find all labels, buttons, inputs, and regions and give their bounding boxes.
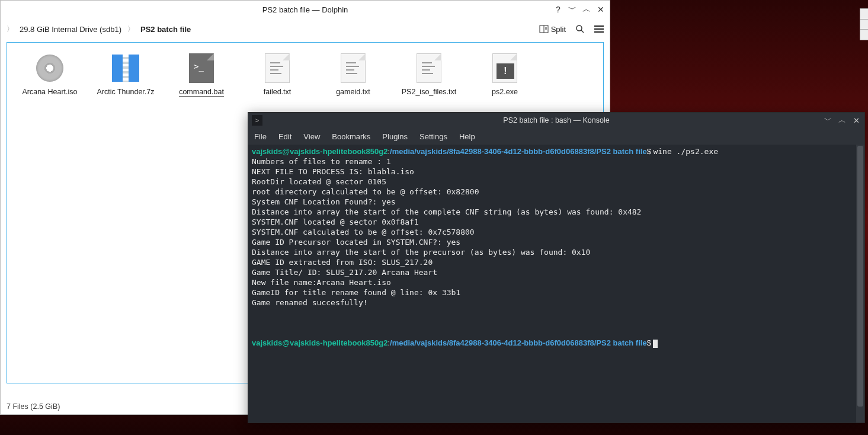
split-icon <box>539 24 549 34</box>
maximize-icon[interactable]: ︿ <box>837 116 847 125</box>
menu-item-bookmarks[interactable]: Bookmarks <box>332 132 370 141</box>
status-text: 7 Files (2.5 GiB) <box>7 402 60 411</box>
close-icon[interactable]: ✕ <box>595 4 606 15</box>
minimize-icon[interactable]: ﹀ <box>823 116 832 125</box>
minimize-icon[interactable]: ﹀ <box>567 4 578 15</box>
konsole-title-text: PS2 batch file : bash — Konsole <box>248 116 864 124</box>
bat-icon <box>185 52 217 84</box>
konsole-window: > PS2 batch file : bash — Konsole ﹀ ︿ ✕ … <box>248 112 865 423</box>
file-item[interactable]: command.bat <box>164 50 239 97</box>
file-item[interactable]: !ps2.exe <box>467 50 543 97</box>
file-label: Arcana Heart.iso <box>22 88 77 96</box>
svg-line-5 <box>581 30 584 33</box>
konsole-menubar: FileEditViewBookmarksPluginsSettingsHelp <box>248 128 864 145</box>
konsole-titlebar[interactable]: > PS2 batch file : bash — Konsole ﹀ ︿ ✕ <box>248 113 864 128</box>
file-label: PS2_iso_files.txt <box>402 88 456 96</box>
search-icon[interactable] <box>575 24 585 34</box>
iso-icon <box>34 52 66 84</box>
close-icon[interactable]: ✕ <box>851 116 861 125</box>
file-item[interactable]: gameid.txt <box>315 50 391 97</box>
txt-icon <box>413 52 445 84</box>
chevron-right-icon[interactable]: 〉 <box>7 24 14 34</box>
file-item[interactable]: Arctic Thunder.7z <box>88 50 164 97</box>
exe-icon: ! <box>489 52 521 84</box>
breadcrumb-current[interactable]: PS2 batch file <box>140 25 191 34</box>
panel-edge-widget[interactable] <box>860 8 868 40</box>
split-label: Split <box>551 25 566 34</box>
konsole-app-icon: > <box>252 115 262 126</box>
scrollbar-thumb[interactable] <box>857 146 863 407</box>
file-item[interactable]: PS2_iso_files.txt <box>391 50 467 97</box>
menu-item-plugins[interactable]: Plugins <box>382 132 408 141</box>
help-icon[interactable]: ? <box>553 4 563 15</box>
menu-icon[interactable] <box>594 25 604 33</box>
archive-icon <box>110 52 142 84</box>
menu-item-file[interactable]: File <box>254 132 267 141</box>
chevron-right-icon: 〉 <box>127 24 134 34</box>
file-label: command.bat <box>179 88 224 97</box>
file-item[interactable]: Arcana Heart.iso <box>12 50 88 97</box>
menu-item-view[interactable]: View <box>303 132 320 141</box>
file-label: ps2.exe <box>492 88 518 96</box>
menu-item-settings[interactable]: Settings <box>419 132 447 141</box>
split-button[interactable]: Split <box>539 24 566 34</box>
maximize-icon[interactable]: ︿ <box>581 4 592 15</box>
svg-point-4 <box>576 25 582 31</box>
menu-item-edit[interactable]: Edit <box>278 132 292 141</box>
file-label: gameid.txt <box>336 88 370 96</box>
breadcrumb-drive[interactable]: 29.8 GiB Internal Drive (sdb1) <box>20 25 121 34</box>
dolphin-titlebar[interactable]: PS2 batch file — Dolphin ? ﹀ ︿ ✕ <box>1 1 610 18</box>
txt-icon <box>337 52 369 84</box>
menu-item-help[interactable]: Help <box>459 132 475 141</box>
txt-icon <box>261 52 293 84</box>
dolphin-toolbar: 〉 29.8 GiB Internal Drive (sdb1) 〉 PS2 b… <box>1 18 610 40</box>
scrollbar[interactable] <box>856 145 864 423</box>
terminal[interactable]: vajskids@vajskids-hpelitebook850g2:/medi… <box>248 145 864 423</box>
dolphin-title-text: PS2 batch file — Dolphin <box>262 5 348 14</box>
file-item[interactable]: failed.txt <box>239 50 315 97</box>
breadcrumb: 〉 29.8 GiB Internal Drive (sdb1) 〉 PS2 b… <box>7 24 539 34</box>
file-label: Arctic Thunder.7z <box>97 88 154 96</box>
file-label: failed.txt <box>264 88 292 96</box>
